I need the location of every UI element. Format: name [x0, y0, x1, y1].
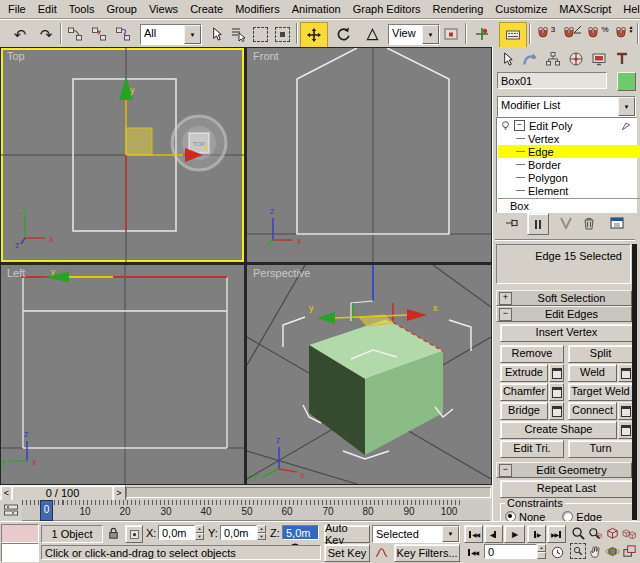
make-unique-button[interactable]: [555, 213, 577, 233]
zoom-all-button[interactable]: [587, 525, 603, 541]
connect-button[interactable]: Connect: [568, 402, 617, 420]
select-object-button[interactable]: [206, 22, 226, 46]
zoom-button[interactable]: [570, 525, 586, 541]
extrude-button[interactable]: Extrude: [500, 364, 548, 382]
dropdown-arrow-icon[interactable]: ▼: [422, 25, 439, 44]
previous-frame-button[interactable]: ◀: [484, 525, 503, 543]
menu-rendering[interactable]: Rendering: [427, 2, 490, 16]
menu-tools[interactable]: Tools: [63, 2, 101, 16]
spinner-snap-button[interactable]: ▲▼: [611, 22, 635, 46]
split-button[interactable]: Split: [568, 345, 633, 363]
select-and-move-button[interactable]: [300, 22, 328, 48]
rollout-edit-geometry[interactable]: − Edit Geometry: [496, 462, 632, 478]
weld-button[interactable]: Weld: [568, 364, 617, 382]
mini-curve-editor-button[interactable]: [2, 501, 20, 519]
collapse-icon[interactable]: −: [499, 308, 512, 321]
connect-settings-button[interactable]: [618, 402, 633, 420]
go-to-start-button[interactable]: ◀◀: [464, 525, 483, 543]
stack-item-polygon[interactable]: Polygon: [498, 171, 640, 184]
selection-filter-dropdown[interactable]: All ▼: [140, 24, 202, 45]
stack-item-border[interactable]: Border: [498, 158, 640, 171]
chamfer-button[interactable]: Chamfer: [500, 383, 548, 401]
object-name-field[interactable]: [497, 72, 607, 89]
zoom-extents-button[interactable]: [604, 525, 620, 541]
edit-tri-button[interactable]: Edit Tri.: [500, 440, 564, 458]
viewport-perspective[interactable]: Perspective: [247, 265, 491, 484]
collapse-icon[interactable]: −: [514, 120, 525, 131]
create-shape-button[interactable]: Create Shape: [500, 421, 617, 439]
select-and-manipulate-button[interactable]: [470, 22, 494, 46]
modifier-list-dropdown[interactable]: Modifier List ▼: [497, 96, 636, 117]
select-by-name-button[interactable]: [228, 22, 248, 46]
zoom-extents-all-button[interactable]: [621, 525, 637, 541]
maxscript-mini-listener[interactable]: [1, 524, 39, 543]
stack-item-vertex[interactable]: Vertex: [498, 132, 640, 145]
frame-spinner[interactable]: ▲: [537, 544, 546, 559]
tab-display[interactable]: [588, 49, 610, 69]
visibility-bulb-icon[interactable]: [500, 120, 511, 131]
menu-customize[interactable]: Customize: [489, 2, 553, 16]
menu-views[interactable]: Views: [143, 2, 184, 16]
turn-button[interactable]: Turn: [568, 440, 633, 458]
angle-snap-button[interactable]: [559, 22, 583, 46]
z-coordinate-field[interactable]: 5,0m: [282, 525, 319, 540]
next-frame-button[interactable]: ▶: [527, 525, 546, 543]
time-configuration-button[interactable]: [548, 544, 566, 560]
absolute-offset-toggle[interactable]: [125, 525, 143, 543]
current-frame-field[interactable]: 0: [484, 544, 537, 559]
default-tangent-button[interactable]: [372, 544, 390, 560]
chamfer-settings-button[interactable]: [549, 383, 564, 401]
viewport-perspective-label[interactable]: Perspective: [253, 267, 310, 279]
remove-modifier-button[interactable]: [578, 213, 600, 233]
viewport-top[interactable]: Top TOP y: [1, 48, 244, 262]
tab-motion[interactable]: [565, 49, 587, 69]
time-slider-track[interactable]: [126, 487, 491, 498]
time-slider-handle[interactable]: 0 / 100: [11, 485, 114, 501]
object-color-swatch[interactable]: [617, 72, 636, 91]
menu-create[interactable]: Create: [184, 2, 229, 16]
extrude-settings-button[interactable]: [549, 364, 564, 382]
key-mode-toggle[interactable]: ◀◀: [464, 544, 481, 560]
key-filters-button[interactable]: Key Filters...: [394, 544, 460, 562]
min-max-toggle-button[interactable]: [621, 543, 637, 559]
viewport-front-label[interactable]: Front: [253, 50, 279, 62]
pan-button[interactable]: [587, 543, 603, 559]
viewport-left[interactable]: Left y z: [1, 265, 244, 484]
undo-button[interactable]: ↶: [8, 22, 32, 46]
target-weld-button[interactable]: Target Weld: [568, 383, 633, 401]
stack-item-box[interactable]: Box: [498, 198, 640, 212]
arc-rotate-button[interactable]: [604, 543, 620, 559]
x-coordinate-field[interactable]: 0,0m: [158, 525, 195, 540]
dropdown-arrow-icon[interactable]: ▼: [618, 97, 635, 116]
collapse-icon[interactable]: −: [499, 464, 512, 477]
stack-item-edge-selected[interactable]: Edge: [498, 145, 640, 158]
bridge-settings-button[interactable]: [549, 402, 564, 420]
selection-lock-toggle[interactable]: [105, 525, 121, 541]
menu-help[interactable]: Help: [617, 2, 640, 16]
link-button[interactable]: [64, 22, 86, 46]
selection-set-dropdown[interactable]: Selected ▼: [372, 525, 460, 543]
stack-item-element[interactable]: Element: [498, 184, 640, 197]
configure-modifier-sets-button[interactable]: [606, 213, 628, 233]
remove-button[interactable]: Remove: [500, 345, 564, 363]
create-shape-settings-button[interactable]: [618, 421, 633, 439]
current-frame-marker[interactable]: 0: [40, 500, 53, 521]
selection-region-button[interactable]: [250, 22, 270, 46]
menu-group[interactable]: Group: [100, 2, 143, 16]
dropdown-arrow-icon[interactable]: ▼: [184, 25, 201, 44]
show-end-result-button[interactable]: [527, 213, 549, 235]
menu-graph-editors[interactable]: Graph Editors: [347, 2, 427, 16]
menu-animation[interactable]: Animation: [286, 2, 347, 16]
keyboard-override-toggle[interactable]: [499, 22, 527, 48]
go-to-end-button[interactable]: ▶▶: [547, 525, 566, 543]
window-crossing-button[interactable]: [272, 22, 292, 46]
stack-item-edit-poly[interactable]: − Edit Poly: [498, 119, 634, 132]
repeat-last-button[interactable]: Repeat Last: [500, 480, 633, 498]
menu-modifiers[interactable]: Modifiers: [229, 2, 286, 16]
y-coordinate-field[interactable]: 0,0m: [220, 525, 257, 540]
maxscript-macro-recorder[interactable]: [1, 543, 39, 562]
bridge-button[interactable]: Bridge: [500, 402, 548, 420]
viewport-front[interactable]: Front z x: [247, 48, 491, 262]
region-zoom-button[interactable]: [570, 543, 586, 559]
snaps-toggle-button[interactable]: 3: [533, 22, 557, 46]
